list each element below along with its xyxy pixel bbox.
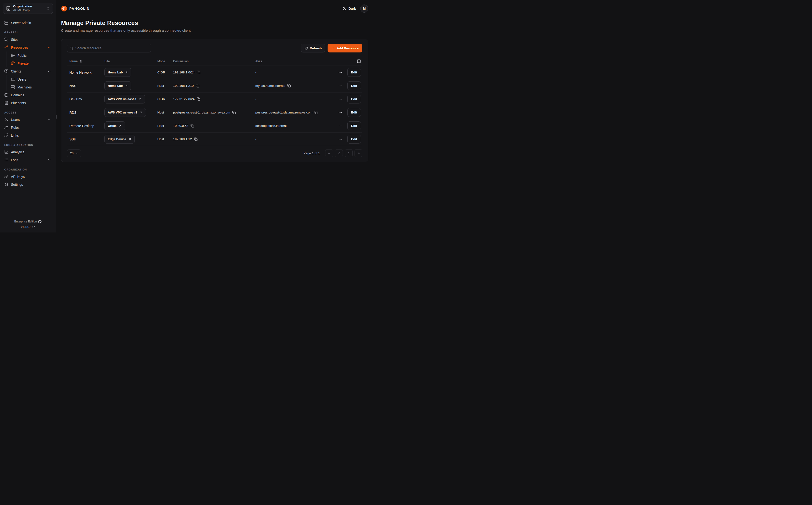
copy-icon[interactable] <box>287 84 291 88</box>
site-link[interactable]: AWS VPC us-east-1 <box>105 95 145 104</box>
edit-button[interactable]: Edit <box>347 135 361 144</box>
row-menu-button[interactable] <box>338 70 342 74</box>
brand-name: PANGOLIN <box>69 7 89 10</box>
row-menu-button[interactable] <box>338 124 342 128</box>
actions-cell: Edit <box>334 108 362 117</box>
mode-cell: CIDR <box>155 70 171 74</box>
destination-cell: 192.168.1.210 <box>171 84 253 88</box>
sidebar-item-logs[interactable]: Logs <box>3 156 53 164</box>
table-header-row: NameSiteModeDestinationAlias <box>67 57 362 66</box>
sidebar-item-label: Users <box>11 118 20 122</box>
column-header-site: Site <box>102 59 155 63</box>
next-page-button[interactable] <box>345 149 353 157</box>
refresh-button[interactable]: Refresh <box>301 44 325 52</box>
pagination-status: Page 1 of 1 <box>303 151 320 155</box>
edit-button[interactable]: Edit <box>347 81 361 90</box>
globe-icon <box>11 53 15 57</box>
search-input[interactable] <box>67 44 151 52</box>
sidebar-item-domains[interactable]: Domains <box>3 91 53 99</box>
prev-page-button[interactable] <box>335 149 343 157</box>
add-resource-button[interactable]: Add Resource <box>328 44 362 52</box>
sidebar-item-links[interactable]: Links <box>3 131 53 139</box>
site-link[interactable]: AWS VPC us-west-1 <box>105 108 146 117</box>
row-menu-button[interactable] <box>338 111 342 115</box>
copy-icon[interactable] <box>197 97 200 101</box>
receipt-icon <box>4 101 8 105</box>
sidebar-item-analytics[interactable]: Analytics <box>3 148 53 156</box>
actions-cell: Edit <box>334 68 362 77</box>
site-cell: Office <box>102 121 155 130</box>
edit-button[interactable]: Edit <box>347 121 361 130</box>
table-row: SSHEdge DeviceHost192.168.1.12-Edit <box>67 133 362 146</box>
edit-button[interactable]: Edit <box>347 108 361 117</box>
table-row: NASHome LabHost192.168.1.210mynas.home.i… <box>67 79 362 93</box>
card-toolbar: Refresh Add Resource <box>67 44 362 52</box>
row-menu-button[interactable] <box>338 84 342 88</box>
search-icon <box>69 46 73 50</box>
destination-value: postgres.us-east-1.rds.amazonaws.com <box>173 111 230 114</box>
row-menu-button[interactable] <box>338 137 342 141</box>
sidebar-item-settings[interactable]: Settings <box>3 180 53 188</box>
edit-button[interactable]: Edit <box>347 68 361 77</box>
sidebar-section-heading: ORGANIZATION <box>4 168 53 171</box>
destination-cell: postgres.us-east-1.rds.amazonaws.com <box>171 111 253 114</box>
sidebar-resize-handle[interactable] <box>56 115 56 119</box>
page-size-select[interactable]: 20 <box>67 150 81 157</box>
alias-value: mynas.home.internal <box>255 84 285 88</box>
copy-icon[interactable] <box>191 124 194 128</box>
last-page-button[interactable] <box>355 149 362 157</box>
sidebar-item-server-admin[interactable]: Server Admin <box>3 19 53 27</box>
copy-icon[interactable] <box>315 111 318 114</box>
first-page-button[interactable] <box>325 149 333 157</box>
site-link[interactable]: Edge Device <box>105 135 135 144</box>
sidebar-item-users[interactable]: Users <box>3 116 53 124</box>
site-cell: Edge Device <box>102 135 155 144</box>
sidebar-item-label: Links <box>11 134 19 137</box>
alias-cell: - <box>253 70 334 74</box>
table-row: Home NetworkHome LabCIDR192.168.1.0/24-E… <box>67 66 362 79</box>
copy-icon[interactable] <box>196 84 199 88</box>
globe-lock-icon <box>11 61 15 65</box>
building-icon <box>6 6 11 11</box>
sidebar-item-blueprints[interactable]: Blueprints <box>3 99 53 107</box>
alias-value: - <box>255 137 256 141</box>
sidebar-item-sites[interactable]: Sites <box>3 35 53 43</box>
sidebar-item-label: API Keys <box>11 175 25 179</box>
sidebar-item-label: Domains <box>11 93 24 97</box>
row-menu-button[interactable] <box>338 97 342 101</box>
copy-icon[interactable] <box>194 137 198 141</box>
site-link[interactable]: Home Lab <box>105 81 131 90</box>
chevron-right-icon <box>347 152 351 155</box>
sidebar-item-resources[interactable]: Resources <box>3 43 53 51</box>
sidebar-item-api-keys[interactable]: API Keys <box>3 173 53 180</box>
sidebar-section-heading: GENERAL <box>4 31 53 34</box>
app-root: Organization ACME Corp. Server AdminGENE… <box>0 0 374 232</box>
sidebar-item-private[interactable]: Private <box>9 59 53 67</box>
copy-icon[interactable] <box>232 111 236 114</box>
table-row: RDSAWS VPC us-west-1Hostpostgres.us-east… <box>67 106 362 119</box>
destination-value: 192.168.1.12 <box>173 137 192 141</box>
column-visibility-button[interactable] <box>357 59 361 63</box>
theme-toggle[interactable]: Dark <box>343 7 356 10</box>
destination-value: 172.31.27.0/24 <box>173 97 195 101</box>
sidebar-item-machines[interactable]: Machines <box>9 83 53 91</box>
sidebar-item-label: Machines <box>17 86 32 89</box>
alias-value: - <box>255 97 256 101</box>
sort-icon[interactable] <box>79 59 83 63</box>
destination-cell: 192.168.1.0/24 <box>171 70 253 74</box>
version-link[interactable]: v1.13.0 <box>3 225 53 229</box>
edit-button[interactable]: Edit <box>347 95 361 104</box>
sidebar-item-public[interactable]: Public <box>9 51 53 59</box>
copy-icon[interactable] <box>197 70 200 74</box>
github-icon[interactable] <box>38 220 41 223</box>
monitor-up-icon <box>4 69 8 73</box>
alias-cell: postgres.us-east-1.rds.amazonaws.com <box>253 111 334 114</box>
sidebar-item-clients[interactable]: Clients <box>3 67 53 75</box>
site-link[interactable]: Office <box>105 121 125 130</box>
site-link[interactable]: Home Lab <box>105 68 131 77</box>
site-link-label: Home Lab <box>108 84 123 88</box>
avatar[interactable]: M <box>360 5 368 13</box>
sidebar-item-users[interactable]: Users <box>9 75 53 83</box>
org-selector[interactable]: Organization ACME Corp. <box>3 3 53 14</box>
sidebar-item-roles[interactable]: Roles <box>3 124 53 131</box>
